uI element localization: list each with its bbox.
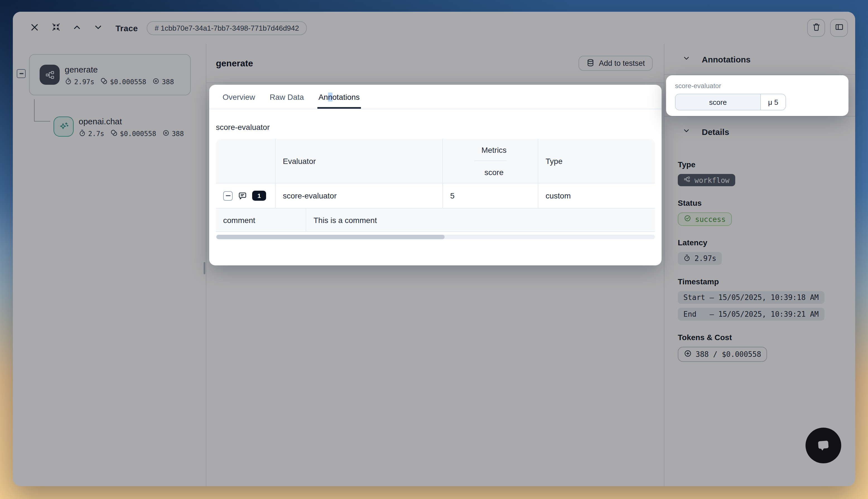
details-body: Type workflow Status (664, 147, 855, 374)
comment-value: This is a comment (306, 208, 655, 231)
node-latency: 2.97s (74, 78, 94, 86)
span-detail-pane: generate Add to testset Overview Raw Dat… (206, 44, 664, 486)
status-label: Status (678, 198, 855, 207)
comment-icon[interactable] (238, 191, 247, 200)
cell-score: 5 (443, 183, 538, 208)
plus-circle-icon (684, 350, 692, 359)
coins-icon (100, 77, 108, 86)
prev-trace-button[interactable] (70, 21, 84, 35)
text-selection: n (328, 92, 333, 101)
tree-collapse-toggle[interactable] (17, 69, 26, 78)
annotation-metric-pill[interactable]: score μ 5 (675, 94, 786, 110)
annotation-card: score-evaluator score μ 5 (666, 75, 848, 116)
span-title: generate (216, 58, 253, 68)
annotations-tab-content: score-evaluator Evaluator Metrics score … (209, 109, 662, 239)
header-cell-type: Type (538, 139, 655, 183)
tokens-cost-badge: 388 / $0.000558 (678, 347, 767, 362)
divider (664, 74, 855, 75)
tree-node-name: generate (65, 65, 174, 74)
tab-annotations[interactable]: Annotations (312, 85, 366, 109)
comment-key: comment (216, 208, 306, 231)
details-section-title: Details (702, 127, 729, 136)
evaluator-section-title: score-evaluator (216, 123, 655, 132)
tree-pane-scrollbar[interactable] (204, 262, 205, 274)
trace-id-badge: # 1cbb70e7-34a1-7bb7-3498-771b7d46d942 (147, 21, 307, 35)
plus-circle-icon (162, 129, 170, 138)
add-to-testset-button[interactable]: Add to testset (579, 56, 653, 71)
latency-badge: 2.97s (678, 252, 722, 265)
delete-trace-button[interactable] (807, 19, 825, 37)
details-sidebar: Annotations score-evaluator score μ 5 (664, 44, 855, 486)
workflow-icon (40, 65, 60, 85)
header-cell-evaluator: Evaluator (276, 139, 443, 183)
tree-node-stats: 2.7s $0.000558 388 (79, 129, 184, 138)
coins-icon (110, 129, 118, 138)
node-tokens: 388 (162, 78, 174, 86)
comment-row: comment This is a comment (216, 208, 655, 232)
annotations-section-header[interactable]: Annotations (664, 44, 855, 74)
table-header-row: Evaluator Metrics score Type (216, 139, 655, 183)
toggle-sidepanel-button[interactable] (830, 19, 848, 37)
screen: Trace # 1cbb70e7-34a1-7bb7-3498-771b7d46… (0, 0, 868, 499)
add-to-testset-label: Add to testset (599, 59, 645, 68)
collapse-row-button[interactable] (223, 191, 233, 200)
sparkles-icon (53, 117, 74, 137)
collapse-drawer-button[interactable] (49, 21, 63, 35)
annotation-evaluator-name: score-evaluator (675, 82, 840, 90)
tree-connector (34, 121, 50, 122)
type-badge: workflow (678, 174, 735, 186)
timestamp-end-badge: End – 15/05/2025, 10:39:21 AM (678, 308, 824, 320)
chat-bubble-icon (813, 436, 834, 456)
span-header: generate Add to testset (206, 44, 664, 83)
scrollbar-thumb[interactable] (216, 235, 445, 239)
metric-name: score (676, 94, 761, 110)
compress-icon (51, 22, 61, 34)
timer-icon (683, 254, 691, 263)
annotations-section-title: Annotations (702, 54, 750, 64)
metric-mean-value: μ 5 (761, 94, 785, 110)
trace-drawer-topbar: Trace # 1cbb70e7-34a1-7bb7-3498-771b7d46… (13, 12, 855, 44)
chevron-down-icon (94, 23, 103, 33)
next-trace-button[interactable] (91, 21, 106, 35)
timestamp-label: Timestamp (678, 277, 855, 286)
check-circle-icon (684, 215, 691, 223)
annotation-count-badge: 1 (252, 191, 266, 201)
timestamp-start-badge: Start – 15/05/2025, 10:39:18 AM (678, 291, 824, 304)
tab-bar: Overview Raw Data Annotations (209, 85, 662, 109)
node-cost: $0.000558 (110, 78, 146, 86)
workflow-icon (683, 175, 691, 184)
type-label: Type (678, 160, 855, 169)
timer-icon (65, 77, 72, 86)
cell-evaluator: score-evaluator (276, 183, 443, 208)
node-cost: $0.000558 (120, 130, 156, 138)
latency-label: Latency (678, 238, 855, 247)
trace-tree-pane: generate 2.97s $0.000558 388 (13, 44, 206, 486)
tab-raw-data[interactable]: Raw Data (263, 85, 311, 109)
tree-node-generate[interactable]: generate 2.97s $0.000558 388 (29, 54, 191, 95)
chevron-up-icon (73, 23, 82, 33)
details-section-header[interactable]: Details (664, 117, 855, 147)
tab-overview[interactable]: Overview (216, 85, 262, 109)
node-latency: 2.7s (88, 130, 104, 138)
tree-node-stats: 2.97s $0.000558 388 (65, 77, 174, 86)
node-tokens: 388 (172, 130, 184, 138)
tokens-cost-label: Tokens & Cost (678, 333, 855, 342)
row-controls-cell: 1 (216, 183, 276, 208)
header-cell-metrics: Metrics score (443, 139, 538, 183)
support-chat-fab[interactable] (806, 428, 841, 463)
table-row: 1 score-evaluator 5 custom (216, 183, 655, 208)
timer-icon (79, 129, 86, 138)
span-tabs-card: Overview Raw Data Annotations score-eval… (209, 85, 662, 265)
plus-circle-icon (152, 77, 159, 86)
trash-icon (811, 22, 821, 34)
close-button[interactable] (27, 21, 42, 35)
chevron-down-icon (683, 54, 690, 64)
trace-drawer: Trace # 1cbb70e7-34a1-7bb7-3498-771b7d46… (13, 12, 855, 486)
tree-node-name: openai.chat (79, 117, 184, 126)
tree-connector (34, 99, 35, 122)
tree-node-openai-chat[interactable]: openai.chat 2.7s $0.000558 388 (53, 117, 184, 138)
table-horizontal-scrollbar[interactable] (216, 235, 655, 239)
annotations-table: Evaluator Metrics score Type (216, 139, 655, 232)
database-icon (587, 58, 595, 68)
cell-type: custom (538, 183, 655, 208)
